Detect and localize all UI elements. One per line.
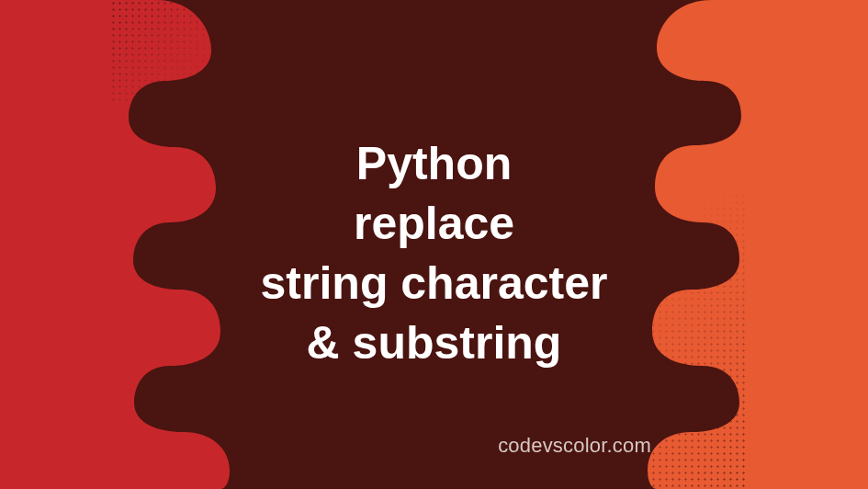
title-line-2: replace	[261, 194, 608, 254]
title-container: Python replace string character & substr…	[0, 0, 868, 489]
title-line-1: Python	[261, 134, 608, 194]
title-line-4: & substring	[261, 313, 608, 373]
banner-graphic: Python replace string character & substr…	[0, 0, 868, 489]
watermark-text: codevscolor.com	[498, 434, 651, 458]
title-line-3: string character	[261, 254, 608, 313]
banner-title: Python replace string character & substr…	[261, 134, 608, 373]
